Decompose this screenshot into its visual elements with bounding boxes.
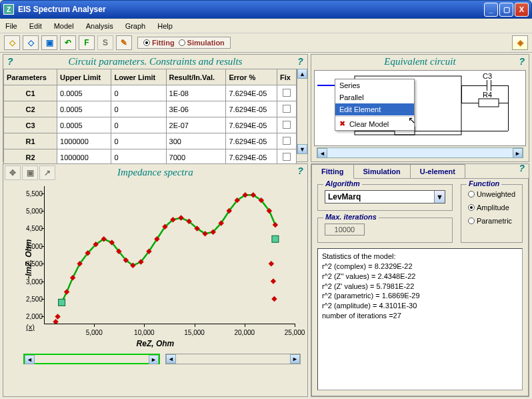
circuit-context-menu: Series Parallel Edit Element ✖Clear Mode… [335,79,415,131]
svg-rect-32 [271,278,276,284]
algorithm-fieldset: Algorithm ▼ [317,184,453,211]
menu-edit[interactable]: Edit [29,22,42,30]
circuit-canvas[interactable]: C3 R4 R2 Se [314,70,526,146]
menu-graph[interactable]: Graph [125,22,146,30]
function-amplitude[interactable]: Amplitude [468,204,515,212]
menu-item-series[interactable]: Series [335,79,414,91]
help-icon[interactable]: ? [519,56,525,67]
save-icon[interactable]: ▣ [41,35,57,50]
edit-icon[interactable]: ✎ [116,35,132,50]
zoom-line-icon[interactable]: ↗ [39,165,55,180]
col-upper[interactable]: Upper Limit [57,69,111,85]
max-iterations-fieldset: Max. iterations [317,218,453,243]
svg-text:R4: R4 [483,91,492,99]
fix-checkbox[interactable] [283,137,291,145]
fitting-panel: ? Fitting Simulation U-element Algorithm… [311,163,529,397]
help-icon[interactable]: ? [7,56,13,67]
table-row[interactable]: C10.000501E-087.6294E-05 [4,85,297,101]
zoom-reset-icon[interactable]: ✥ [5,165,21,180]
fix-checkbox[interactable] [283,121,291,129]
scroll-right-icon[interactable]: ► [513,148,523,158]
svg-rect-28 [273,222,278,228]
slider-left-icon[interactable]: ◄ [166,354,176,364]
scroll-up-icon[interactable]: ▲ [297,69,307,79]
window-titlebar: Z EIS Spectrum Analyser _ ▢ X [0,0,532,19]
function-unweighted[interactable]: Unweighted [468,190,515,198]
parameters-table[interactable]: Parameters Upper Limit Lower Limit Resul… [3,69,297,165]
mode-simulation[interactable]: Simulation [179,39,225,47]
col-error[interactable]: Error % [226,69,277,85]
col-result[interactable]: Result/In.Val. [166,69,226,85]
scroll-down-icon[interactable]: ▼ [297,144,307,154]
circuit-palette-icon[interactable]: ◈ [512,35,528,50]
mouse-cursor-icon: ↖ [408,115,416,125]
slider-left-icon[interactable]: ◄ [25,355,35,364]
menubar: File Edit Model Analysis Graph Help [0,19,532,33]
table-scrollbar[interactable]: ▲ ▼ [297,69,307,154]
help-icon[interactable]: ? [297,165,303,176]
help-icon[interactable]: ? [297,56,303,67]
scroll-left-icon[interactable]: ◄ [317,148,327,158]
parameters-panel: ? Circuit parameters. Constraints and re… [3,54,308,162]
fix-checkbox[interactable] [283,89,291,97]
impedance-chart[interactable]: -ImZ, Ohm (x) ReZ, Ohm 2,0002,5003,0003,… [7,181,303,351]
col-lower[interactable]: Lower Limit [111,69,166,85]
app-icon: Z [3,4,14,15]
x-range-slider[interactable]: ◄ ► [23,354,160,364]
help-icon[interactable]: ? [519,163,525,173]
menu-help[interactable]: Help [157,22,173,30]
statistics-output[interactable]: Statistics of the model:r^2 (complex) = … [317,248,523,390]
open-file-icon[interactable]: ◇ [4,35,20,50]
col-parameters[interactable]: Parameters [4,69,57,85]
function-fieldset: Function Unweighted Amplitude Parametric [461,184,523,243]
mode-fitting[interactable]: Fitting [143,39,175,47]
tab-fitting[interactable]: Fitting [311,164,354,179]
tab-simulation[interactable]: Simulation [353,164,411,178]
zoom-slider[interactable]: ◄ ► [165,354,301,364]
menu-analysis[interactable]: Analysis [86,22,113,30]
table-row[interactable]: C30.000502E-077.6294E-05 [4,117,297,133]
table-row[interactable]: C20.000503E-067.6294E-05 [4,101,297,117]
slider-right-icon[interactable]: ► [290,354,300,364]
menu-model[interactable]: Model [54,22,74,30]
fix-checkbox[interactable] [283,153,291,161]
stop-button[interactable]: S [97,35,113,50]
slider-right-icon[interactable]: ► [149,355,159,364]
fit-button[interactable]: F [79,35,95,50]
table-row[interactable]: R1100000003007.6294E-05 [4,133,297,149]
menu-item-clear-model[interactable]: ✖Clear Model [335,117,414,130]
svg-rect-1 [64,289,69,294]
algorithm-legend: Algorithm [323,179,362,187]
close-button[interactable]: X [515,3,529,17]
circuit-title: Equivalent circuit [311,55,529,69]
toolbar: ◇ ◇ ▣ ↶ F S ✎ Fitting Simulation ◈ [0,33,532,53]
svg-rect-35 [272,236,279,242]
svg-rect-31 [269,261,274,266]
maximize-button[interactable]: ▢ [499,3,513,17]
function-parametric[interactable]: Parametric [468,217,515,225]
minimize-button[interactable]: _ [484,3,498,17]
tab-u-element[interactable]: U-element [410,164,465,178]
algorithm-value[interactable] [325,191,434,203]
svg-rect-33 [271,296,277,302]
menu-item-edit-element[interactable]: Edit Element [335,103,414,115]
mode-radio-group: Fitting Simulation [137,37,231,49]
dropdown-arrow-icon[interactable]: ▼ [434,191,445,203]
table-row[interactable]: R21000000070007.6294E-05 [4,149,297,165]
open-project-icon[interactable]: ◇ [23,35,39,50]
function-legend: Function [467,179,501,187]
svg-text:C3: C3 [483,72,492,80]
svg-rect-2 [70,275,75,280]
col-fix[interactable]: Fix [277,69,296,85]
svg-rect-46 [479,99,499,107]
circuit-hscrollbar[interactable]: ◄ ► [317,147,523,158]
window-title: EIS Spectrum Analyser [18,5,484,14]
fix-checkbox[interactable] [283,105,291,113]
zoom-box-icon[interactable]: ▣ [22,165,38,180]
max-iterations-input[interactable] [325,224,365,236]
menu-item-parallel[interactable]: Parallel [335,91,414,103]
algorithm-select[interactable]: ▼ [325,190,445,204]
circuit-panel: Equivalent circuit ? C3 [311,54,529,162]
menu-file[interactable]: File [5,22,17,30]
undo-icon[interactable]: ↶ [60,35,76,50]
